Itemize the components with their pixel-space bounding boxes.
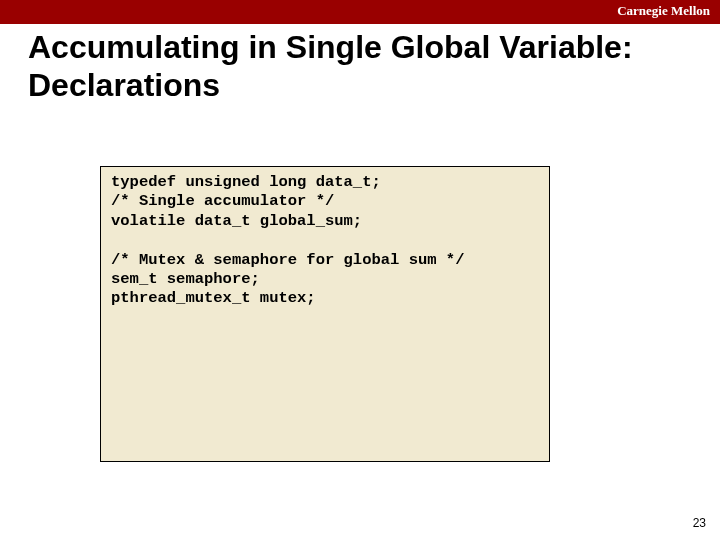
org-label: Carnegie Mellon [617,3,710,19]
header-bar: Carnegie Mellon [0,0,720,24]
code-block: typedef unsigned long data_t; /* Single … [100,166,550,462]
slide: Carnegie Mellon Accumulating in Single G… [0,0,720,540]
slide-title: Accumulating in Single Global Variable: … [28,28,692,105]
page-number: 23 [693,516,706,530]
